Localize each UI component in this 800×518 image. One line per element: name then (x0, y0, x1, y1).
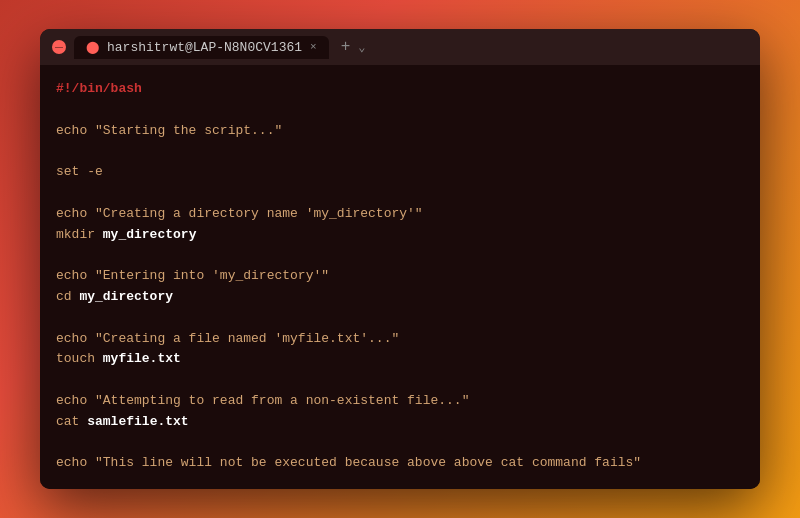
line-shebang: #!/bin/bash (56, 79, 744, 100)
terminal-body[interactable]: #!/bin/bash echo "Starting the script...… (40, 65, 760, 489)
new-tab-button[interactable]: + (341, 38, 351, 56)
line-echo-2: echo "Creating a directory name 'my_dire… (56, 204, 744, 225)
tab-close-button[interactable] (52, 40, 66, 54)
blank-8 (56, 474, 744, 489)
tab-chevron-icon[interactable]: ⌄ (358, 40, 365, 55)
line-echo-1: echo "Starting the script..." (56, 121, 744, 142)
title-bar: ⬤ harshitrwt@LAP-N8N0CV1361 × + ⌄ (40, 29, 760, 65)
tab-title: harshitrwt@LAP-N8N0CV1361 (107, 40, 302, 55)
line-echo-3: echo "Entering into 'my_directory'" (56, 266, 744, 287)
blank-2 (56, 141, 744, 162)
line-echo-long: echo "This line will not be executed bec… (56, 453, 744, 474)
blank-6 (56, 370, 744, 391)
tab-label[interactable]: ⬤ harshitrwt@LAP-N8N0CV1361 × (74, 36, 329, 59)
tab-x-icon[interactable]: × (310, 41, 317, 53)
line-set: set -e (56, 162, 744, 183)
line-mkdir: mkdir my_directory (56, 225, 744, 246)
ubuntu-icon: ⬤ (86, 40, 99, 55)
line-echo-4: echo "Creating a file named 'myfile.txt'… (56, 329, 744, 350)
line-touch: touch myfile.txt (56, 349, 744, 370)
blank-4 (56, 245, 744, 266)
blank-5 (56, 308, 744, 329)
blank-7 (56, 433, 744, 454)
line-echo-5: echo "Attempting to read from a non-exis… (56, 391, 744, 412)
line-cat: cat samlefile.txt (56, 412, 744, 433)
blank-3 (56, 183, 744, 204)
line-cd: cd my_directory (56, 287, 744, 308)
blank-1 (56, 100, 744, 121)
terminal-window: ⬤ harshitrwt@LAP-N8N0CV1361 × + ⌄ #!/bin… (40, 29, 760, 489)
